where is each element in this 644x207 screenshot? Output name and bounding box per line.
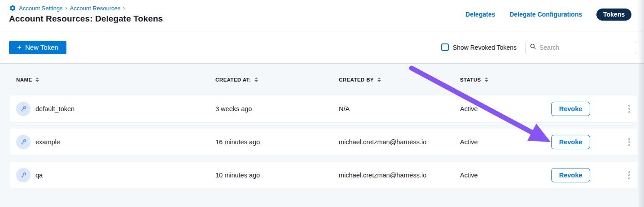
column-header-status[interactable]: STATUS <box>460 77 551 82</box>
token-created-at: 16 minutes ago <box>215 138 339 146</box>
token-status: Active <box>460 172 551 179</box>
token-name: example <box>35 138 60 146</box>
nav-link-delegate-configurations[interactable]: Delegate Configurations <box>509 11 582 18</box>
plus-icon: + <box>17 43 22 51</box>
toolbar: + New Token Show Revoked Tokens <box>0 31 644 64</box>
nav-pill-tokens[interactable]: Tokens <box>596 9 631 21</box>
search-box <box>525 41 637 54</box>
toolbar-right: Show Revoked Tokens <box>441 41 637 54</box>
table-header-row: NAME CREATED AT: CREATED BY STATUS <box>10 64 637 95</box>
row-menu-icon[interactable] <box>626 103 632 115</box>
token-status: Active <box>460 138 551 146</box>
show-revoked-label[interactable]: Show Revoked Tokens <box>453 44 517 51</box>
token-created-at: 10 minutes ago <box>215 172 339 179</box>
revoke-button[interactable]: Revoke <box>551 168 590 182</box>
token-created-by: michael.cretzman@harness.io <box>339 138 460 146</box>
token-name: default_token <box>35 105 74 112</box>
nav-link-delegates[interactable]: Delegates <box>465 11 495 18</box>
page-title: Account Resources: Delegate Tokens <box>9 14 163 24</box>
search-input[interactable] <box>539 44 633 51</box>
token-status: Active <box>460 105 551 112</box>
token-name: qa <box>35 172 43 179</box>
breadcrumb-separator: › <box>66 5 67 11</box>
sort-icon[interactable] <box>254 78 258 82</box>
breadcrumb-link-account-resources[interactable]: Account Resources <box>70 5 121 12</box>
table-row-example[interactable]: example 16 minutes ago michael.cretzman@… <box>10 129 637 155</box>
token-created-by: michael.cretzman@harness.io <box>339 172 460 179</box>
token-created-by: N/A <box>339 105 460 112</box>
header-left: Account Settings › Account Resources › A… <box>9 0 163 31</box>
revoke-button[interactable]: Revoke <box>551 135 590 149</box>
breadcrumb-link-account-settings[interactable]: Account Settings <box>19 5 63 12</box>
page-header: Account Settings › Account Resources › A… <box>0 0 644 31</box>
delegate-tokens-page: Account Settings › Account Resources › A… <box>0 0 644 207</box>
table-row-default-token[interactable]: default_token 3 weeks ago N/A Active Rev… <box>10 95 637 122</box>
token-key-icon <box>16 135 31 149</box>
sort-icon[interactable] <box>485 78 488 82</box>
new-token-button[interactable]: + New Token <box>9 41 66 54</box>
token-key-icon <box>16 102 31 116</box>
show-revoked-checkbox[interactable] <box>441 43 449 51</box>
tokens-table: NAME CREATED AT: CREATED BY STATUS <box>0 64 644 207</box>
breadcrumb: Account Settings › Account Resources › <box>9 0 163 12</box>
row-menu-icon[interactable] <box>626 136 632 148</box>
revoke-button[interactable]: Revoke <box>551 102 590 116</box>
breadcrumb-separator: › <box>123 5 125 11</box>
table-row-qa[interactable]: qa 10 minutes ago michael.cretzman@harne… <box>10 162 637 189</box>
row-menu-icon[interactable] <box>626 169 632 181</box>
scrollbar[interactable] <box>638 0 644 207</box>
column-header-created-by[interactable]: CREATED BY <box>339 77 460 82</box>
sort-icon[interactable] <box>377 78 381 82</box>
new-token-label: New Token <box>25 43 58 51</box>
settings-gear-icon <box>9 4 16 12</box>
token-key-icon <box>16 168 31 182</box>
sort-icon[interactable] <box>35 78 39 82</box>
token-created-at: 3 weeks ago <box>215 105 339 112</box>
column-header-created-at[interactable]: CREATED AT: <box>215 77 339 82</box>
column-header-name[interactable]: NAME <box>10 77 215 82</box>
header-nav: Delegates Delegate Configurations Tokens <box>465 2 631 27</box>
search-icon <box>530 43 536 52</box>
